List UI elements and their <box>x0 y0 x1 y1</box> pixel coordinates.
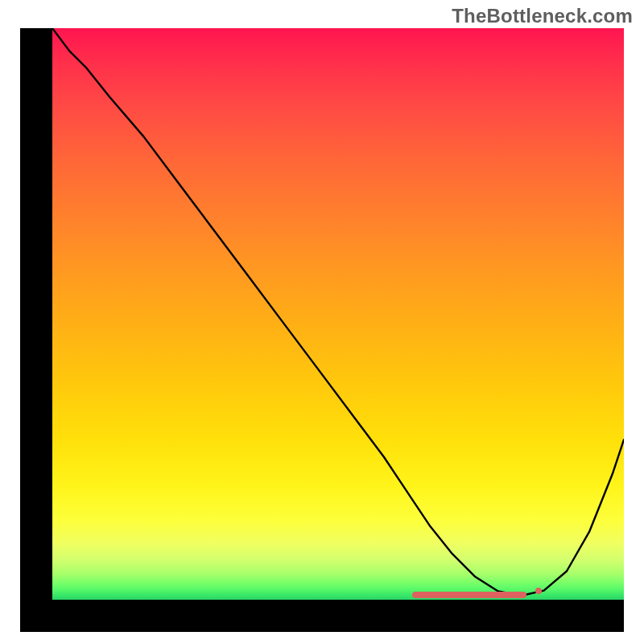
optimal-dot-right <box>535 588 542 594</box>
plot-area <box>52 28 624 600</box>
chart-frame <box>20 28 624 632</box>
optimal-range-strip <box>412 592 526 598</box>
bottleneck-curve <box>52 28 624 600</box>
watermark-text: TheBottleneck.com <box>452 5 633 27</box>
